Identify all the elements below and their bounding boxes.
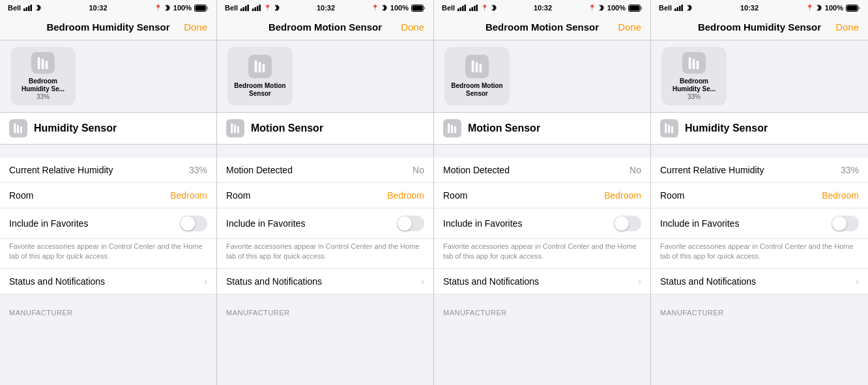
manufacturer-section: MANUFACTURER <box>217 301 433 321</box>
device-card-area: Bedroom Humidity Se... 33% <box>0 40 216 112</box>
toggle-subtext: Favorite accessories appear in Control C… <box>651 239 868 268</box>
include-favorites-row: Include in Favorites <box>217 208 433 239</box>
svg-rect-34 <box>465 5 467 11</box>
sensor-type-icon <box>9 119 27 137</box>
svg-rect-5 <box>28 6 30 11</box>
toggle-subtext: Favorite accessories appear in Control C… <box>217 239 433 268</box>
include-favorites-label: Include in Favorites <box>443 218 522 229</box>
device-card[interactable]: Bedroom Humidity Se... 33% <box>10 47 76 106</box>
location-icon: 📍 <box>371 5 379 11</box>
location-icon: 📍 <box>588 5 596 11</box>
time-display: 10:32 <box>740 4 759 12</box>
list-row-room[interactable]: Room Bedroom <box>651 183 868 208</box>
done-button[interactable]: Done <box>615 21 641 33</box>
status-notifications-label: Status and Notifications <box>660 276 756 287</box>
room-label: Room <box>226 190 250 201</box>
divider-gap-2 <box>217 294 433 301</box>
device-card-area: Bedroom Motion Sensor <box>217 40 433 112</box>
navigation-bar: Bedroom Humidity Sensor Done <box>651 14 868 40</box>
device-card-name: Bedroom Motion Sensor <box>450 82 504 98</box>
device-card[interactable]: Bedroom Motion Sensor <box>227 47 293 106</box>
svg-rect-58 <box>671 126 673 134</box>
svg-rect-43 <box>480 64 482 72</box>
done-button[interactable]: Done <box>398 21 424 33</box>
list-row-0: Motion Detected No <box>217 158 433 183</box>
carrier-right: 100% <box>825 4 843 12</box>
svg-rect-25 <box>255 61 257 72</box>
manufacturer-section: MANUFACTURER <box>0 301 216 321</box>
svg-rect-18 <box>248 5 250 11</box>
manufacturer-section: MANUFACTURER <box>651 301 868 321</box>
manufacturer-label: MANUFACTURER <box>226 309 290 317</box>
include-favorites-row: Include in Favorites <box>434 208 650 239</box>
room-value: Bedroom <box>387 190 424 201</box>
svg-rect-36 <box>472 7 474 11</box>
sensor-type-label: Humidity Sensor <box>685 122 768 134</box>
status-notifications-row[interactable]: Status and Notifications › <box>434 268 650 294</box>
svg-rect-4 <box>26 7 28 11</box>
status-bar: Bell 10:32 📍 100% <box>651 0 868 14</box>
status-notifications-row[interactable]: Status and Notifications › <box>217 268 433 294</box>
carrier-text: Bell <box>442 4 455 12</box>
svg-rect-46 <box>454 126 456 134</box>
done-button[interactable]: Done <box>181 21 207 33</box>
svg-rect-41 <box>472 61 474 72</box>
manufacturer-section: MANUFACTURER <box>434 301 650 321</box>
sensor-type-label: Humidity Sensor <box>34 122 117 134</box>
divider-gap <box>651 145 868 151</box>
section-header: Motion Sensor <box>217 112 433 145</box>
device-icon-box <box>31 52 55 74</box>
list-row-room[interactable]: Room Bedroom <box>0 183 216 208</box>
room-value: Bedroom <box>170 190 207 201</box>
manufacturer-label: MANUFACTURER <box>660 309 724 317</box>
row-label-0: Current Relative Humidity <box>9 165 113 175</box>
device-card[interactable]: Bedroom Motion Sensor <box>444 47 510 106</box>
navigation-bar: Bedroom Motion Sensor Done <box>217 14 433 40</box>
svg-rect-56 <box>665 124 667 134</box>
divider-gap-2 <box>434 294 650 301</box>
list-row-room[interactable]: Room Bedroom <box>217 183 433 208</box>
svg-rect-11 <box>46 61 48 69</box>
device-card[interactable]: Bedroom Humidity Se... 33% <box>661 47 727 106</box>
device-icon-box <box>465 55 489 78</box>
status-bar: Bell 📍 10:32 📍 100% <box>217 0 433 14</box>
row-value-0: 33% <box>841 165 859 175</box>
row-value-0: No <box>629 165 641 175</box>
device-card-name: Bedroom Humidity Se... <box>667 78 721 93</box>
nav-title: Bedroom Motion Sensor <box>252 21 398 33</box>
include-favorites-toggle[interactable] <box>614 216 641 231</box>
svg-rect-24 <box>412 5 423 10</box>
list-section: Motion Detected No Room Bedroom Include … <box>217 158 433 239</box>
time-display: 10:32 <box>317 4 335 12</box>
svg-rect-37 <box>474 6 476 11</box>
include-favorites-toggle[interactable] <box>180 216 207 231</box>
status-bar: Bell 📍 10:32 📍 100% <box>434 0 650 14</box>
carrier-right: 100% <box>173 4 192 12</box>
nav-title: Bedroom Humidity Sensor <box>35 21 181 33</box>
section-header: Humidity Sensor <box>0 112 216 145</box>
list-section: Motion Detected No Room Bedroom Include … <box>434 158 650 239</box>
svg-rect-26 <box>259 63 261 73</box>
done-button[interactable]: Done <box>833 21 859 33</box>
status-notifications-row[interactable]: Status and Notifications › <box>651 268 868 294</box>
toggle-knob <box>615 216 629 231</box>
list-row-room[interactable]: Room Bedroom <box>434 183 650 208</box>
device-icon-box <box>682 52 706 74</box>
svg-rect-17 <box>245 6 247 11</box>
manufacturer-label: MANUFACTURER <box>443 309 507 317</box>
svg-rect-20 <box>255 7 257 11</box>
svg-rect-49 <box>679 6 681 11</box>
sensor-type-label: Motion Sensor <box>251 122 323 134</box>
svg-rect-22 <box>259 5 261 11</box>
room-value: Bedroom <box>604 190 641 201</box>
carrier-text: Bell <box>225 4 238 12</box>
include-favorites-toggle[interactable] <box>397 216 424 231</box>
svg-rect-9 <box>38 57 40 68</box>
svg-rect-16 <box>243 7 245 11</box>
row-label-0: Current Relative Humidity <box>660 165 764 175</box>
include-favorites-toggle[interactable] <box>832 216 859 231</box>
manufacturer-label: MANUFACTURER <box>9 309 73 317</box>
navigation-bar: Bedroom Motion Sensor Done <box>434 14 650 40</box>
status-notifications-row[interactable]: Status and Notifications › <box>0 268 216 294</box>
include-favorites-label: Include in Favorites <box>9 218 88 229</box>
